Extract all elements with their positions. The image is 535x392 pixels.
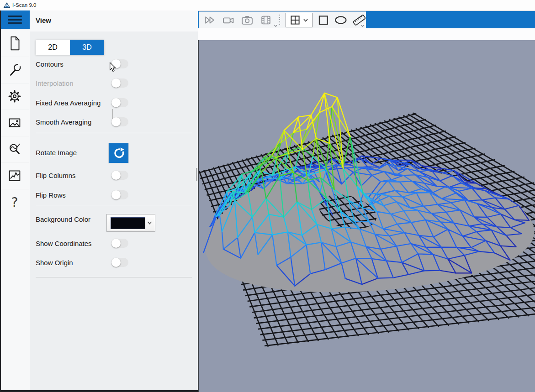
waveform-chart-icon <box>6 167 23 184</box>
show-origin-row: Show Origin <box>36 258 192 267</box>
toolbar-lower-strip <box>198 28 535 41</box>
mode-2d-button[interactable]: 2D <box>36 40 70 55</box>
interpolation-toggle[interactable] <box>112 78 128 88</box>
chevron-down-icon <box>147 221 152 225</box>
show-origin-label: Show Origin <box>36 258 73 267</box>
flip-rows-toggle[interactable] <box>112 190 128 199</box>
rotate-cw-icon <box>112 147 125 160</box>
overflow-line <box>360 24 365 24</box>
grid-layout-icon <box>290 15 300 25</box>
show-coordinates-row: Show Coordinates <box>36 239 192 248</box>
annotation-toolbar <box>277 11 366 29</box>
window-border-left <box>0 10 1 392</box>
fixed-area-averaging-label: Fixed Area Averaging <box>36 98 101 108</box>
divider <box>36 277 192 277</box>
toggle-knob <box>111 117 121 126</box>
title-bar: I-Scan 9.0 <box>0 0 535 11</box>
flip-rows-row: Flip Rows <box>36 190 192 200</box>
sidebar-item-settings[interactable] <box>0 83 29 110</box>
sidebar-item-document[interactable] <box>0 30 29 57</box>
background-color-dropdown[interactable] <box>106 214 155 232</box>
sidebar-item-image[interactable] <box>0 110 29 136</box>
smooth-averaging-row: Smooth Averaging <box>36 117 192 127</box>
app-logo-icon <box>3 2 11 9</box>
panel-title: View <box>36 16 51 24</box>
toggle-knob <box>111 258 121 267</box>
capture-toolbar <box>199 11 279 29</box>
toggle-knob <box>111 78 121 88</box>
divider <box>36 133 192 133</box>
panel-scrollbar-thumb[interactable] <box>196 168 197 181</box>
show-origin-toggle[interactable] <box>112 258 128 267</box>
hamburger-menu-button[interactable] <box>0 10 30 29</box>
toggle-knob <box>111 171 121 180</box>
snapshot-camera-icon[interactable] <box>241 14 253 26</box>
sidebar-item-graph[interactable] <box>0 162 29 189</box>
image-icon <box>6 114 23 131</box>
fixed-area-averaging-toggle[interactable] <box>112 98 128 107</box>
chevron-down-icon <box>360 25 365 27</box>
viewport-canvas[interactable] <box>199 40 535 392</box>
magnifier-analysis-icon <box>6 141 23 158</box>
color-swatch <box>111 217 145 229</box>
sidebar-item-help[interactable]: ? <box>0 189 29 215</box>
sidebar-item-tools[interactable] <box>0 57 29 84</box>
chevron-down-icon <box>303 19 308 22</box>
toggle-knob <box>111 98 121 107</box>
contours-row: Contours <box>36 59 192 69</box>
flip-columns-label: Flip Columns <box>36 171 76 180</box>
document-icon <box>6 35 23 52</box>
contours-label: Contours <box>36 59 64 69</box>
flip-rows-label: Flip Rows <box>36 190 66 200</box>
dimension-mode-switch: 2D 3D <box>36 40 104 55</box>
ellipse-tool-icon[interactable] <box>334 15 347 25</box>
window-border-bottom <box>0 390 198 392</box>
wrench-icon <box>6 61 23 78</box>
show-coordinates-toggle[interactable] <box>112 239 128 248</box>
flip-columns-row: Flip Columns <box>36 171 192 180</box>
video-camera-icon[interactable] <box>222 14 234 26</box>
panel-header: View <box>30 10 198 31</box>
gear-icon <box>6 88 23 105</box>
interpolation-row: Interpolation <box>36 78 192 88</box>
contours-toggle[interactable] <box>112 59 128 68</box>
window-title: I-Scan 9.0 <box>12 2 36 8</box>
sidebar-item-analysis[interactable] <box>0 136 29 163</box>
toolbar-drag-handle[interactable] <box>279 15 280 26</box>
rotate-image-label: Rotate Image <box>36 148 77 157</box>
rotate-image-button[interactable] <box>109 143 128 163</box>
toolbar-overflow-button[interactable] <box>360 24 365 27</box>
help-icon: ? <box>11 194 18 210</box>
fixed-area-averaging-row: Fixed Area Averaging <box>36 98 192 108</box>
toggle-knob <box>111 239 121 248</box>
hamburger-icon <box>8 16 22 17</box>
interpolation-label: Interpolation <box>36 78 74 88</box>
nav-rail: ? <box>0 10 30 392</box>
rectangle-tool-icon[interactable] <box>318 15 329 26</box>
toggle-knob <box>111 190 121 199</box>
smooth-averaging-label: Smooth Averaging <box>36 117 91 127</box>
fast-forward-icon[interactable] <box>204 14 216 26</box>
toggle-knob <box>111 59 121 68</box>
view-panel: View 2D 3D Contours Interpolation Fixed … <box>30 10 198 392</box>
movie-film-icon[interactable] <box>260 14 272 26</box>
flip-columns-toggle[interactable] <box>112 171 128 180</box>
smooth-averaging-toggle[interactable] <box>112 117 128 126</box>
mode-3d-button[interactable]: 3D <box>70 40 104 55</box>
show-coordinates-label: Show Coordinates <box>36 239 92 248</box>
grid-layout-dropdown-button[interactable] <box>286 13 313 27</box>
background-color-label: Background Color <box>36 214 90 224</box>
divider <box>36 206 192 206</box>
